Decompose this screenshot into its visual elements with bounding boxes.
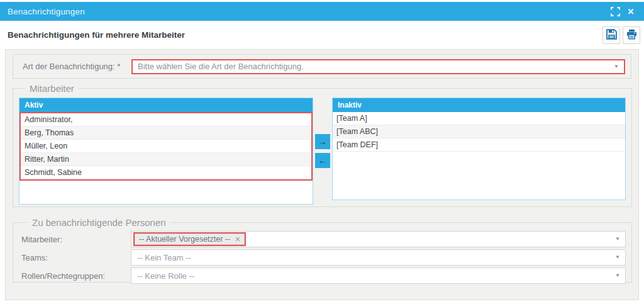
- move-left-button[interactable]: ←: [315, 153, 330, 168]
- chevron-down-icon: ▼: [615, 273, 620, 278]
- list-item[interactable]: Berg, Thomas: [21, 127, 311, 140]
- selected-tag: -- Aktueller Vorgesetzter -- ✕: [135, 234, 245, 245]
- chevron-down-icon: ▼: [615, 255, 620, 260]
- mitarbeiter-label: Mitarbeiter:: [21, 235, 131, 244]
- aktiv-selected-group: Administrator, Berg, Thomas Müller, Leon…: [19, 112, 313, 181]
- inaktiv-list-header: Inaktiv: [333, 98, 625, 112]
- selected-tag-highlight: -- Aktueller Vorgesetzter -- ✕: [133, 232, 246, 246]
- close-icon[interactable]: ✕: [625, 6, 636, 17]
- page-title: Benachrichtigungen für mehrere Mitarbeit…: [8, 30, 185, 40]
- rollen-label: Rollen/Rechtegruppen:: [21, 271, 131, 281]
- save-button[interactable]: [602, 26, 620, 44]
- list-item[interactable]: [Team DEF]: [333, 138, 625, 152]
- notification-type-label: Art der Benachrichtigung: *: [13, 62, 131, 71]
- aktiv-listbox: Aktiv Administrator, Berg, Thomas Müller…: [19, 98, 313, 205]
- personen-legend: Zu benachrichtigende Personen: [28, 217, 170, 228]
- list-item[interactable]: Administrator,: [21, 113, 311, 127]
- list-item[interactable]: [Team ABC]: [333, 125, 625, 138]
- arrow-right-icon: →: [318, 137, 327, 146]
- transfer-arrows: → ←: [313, 98, 332, 205]
- page-header: Benachrichtigungen für mehrere Mitarbeit…: [0, 21, 644, 49]
- selected-tag-label: -- Aktueller Vorgesetzter --: [139, 235, 230, 244]
- chevron-down-icon: ▼: [614, 64, 619, 69]
- maximize-icon[interactable]: [609, 6, 621, 17]
- teams-label: Teams:: [21, 253, 131, 262]
- teams-select[interactable]: -- Kein Team -- ▼: [131, 249, 626, 266]
- mitarbeiter-legend: Mitarbeiter: [25, 83, 79, 94]
- list-item[interactable]: [Team A]: [333, 112, 625, 125]
- window-titlebar: Benachrichtigungen ✕: [0, 2, 644, 21]
- aktiv-list-header: Aktiv: [19, 98, 313, 112]
- mitarbeiter-row: Mitarbeiter: -- Aktueller Vorgesetzter -…: [21, 231, 626, 247]
- form-panel: Art der Benachrichtigung: * Bitte wählen…: [5, 49, 639, 300]
- mitarbeiter-select[interactable]: -- Aktueller Vorgesetzter -- ✕ ▼: [131, 231, 626, 247]
- notification-type-row: Art der Benachrichtigung: * Bitte wählen…: [13, 54, 631, 79]
- inaktiv-listbox: Inaktiv [Team A] [Team ABC] [Team DEF]: [332, 98, 626, 200]
- teams-row: Teams: -- Kein Team -- ▼: [21, 249, 626, 266]
- rollen-placeholder: -- Keine Rolle --: [133, 271, 194, 281]
- list-item[interactable]: Ritter, Martin: [21, 153, 311, 166]
- personen-fieldset: Zu benachrichtigende Personen Mitarbeite…: [13, 217, 632, 283]
- notification-type-select[interactable]: Bitte wählen Sie die Art der Benachricht…: [131, 59, 625, 74]
- rollen-select[interactable]: -- Keine Rolle -- ▼: [131, 267, 626, 284]
- remove-tag-icon[interactable]: ✕: [235, 235, 240, 244]
- mitarbeiter-fieldset: Mitarbeiter Aktiv Administrator, Berg, T…: [13, 83, 632, 207]
- print-icon: [626, 29, 637, 42]
- teams-placeholder: -- Kein Team --: [133, 253, 191, 262]
- dual-listbox: Aktiv Administrator, Berg, Thomas Müller…: [19, 98, 626, 205]
- print-button[interactable]: [623, 26, 640, 44]
- arrow-left-icon: ←: [318, 156, 327, 165]
- save-icon: [606, 29, 617, 42]
- rollen-row: Rollen/Rechtegruppen: -- Keine Rolle -- …: [21, 267, 626, 284]
- notification-type-placeholder: Bitte wählen Sie die Art der Benachricht…: [138, 62, 304, 71]
- window-title: Benachrichtigungen: [8, 7, 85, 16]
- move-right-button[interactable]: →: [315, 134, 330, 149]
- list-item[interactable]: Schmidt, Sabine: [21, 166, 311, 179]
- list-item[interactable]: Müller, Leon: [21, 140, 311, 153]
- chevron-down-icon: ▼: [615, 237, 620, 242]
